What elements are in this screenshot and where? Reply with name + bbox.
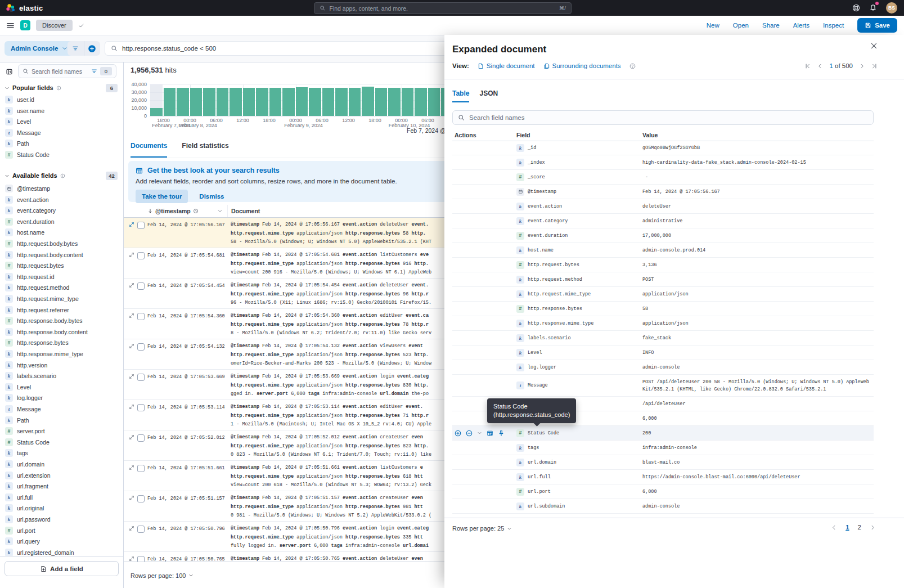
flyout-field-row[interactable]: @timestampFeb 14, 2024 @ 17:05:56.167 [452,185,874,199]
nav-link-share[interactable]: Share [762,22,780,29]
flyout-tab-json[interactable]: JSON [479,89,498,102]
row-checkbox[interactable] [137,313,145,320]
filter-for-value-icon[interactable] [455,430,461,437]
add-field-button[interactable]: Add a field [5,561,119,576]
histogram-bar[interactable] [322,88,335,116]
field-section-header-popular[interactable]: Popular fields6 [5,83,118,92]
help-icon[interactable] [852,4,860,12]
data-view-picker[interactable]: Admin Console [5,41,74,56]
histogram-bar[interactable] [282,88,295,116]
sidebar-item-status-code[interactable]: #Status Code [0,149,123,160]
discover-app-badge[interactable]: D [20,20,30,30]
flyout-field-row[interactable]: kurl.subdomainadmin-console [452,499,874,514]
histogram-bar[interactable] [269,88,282,116]
histogram-bar[interactable] [309,88,321,116]
histogram-bar[interactable] [335,88,348,116]
sidebar-item-http-request-id[interactable]: khttp.request.id [0,271,123,282]
sidebar-item-path[interactable]: kPath [0,415,123,426]
view-surrounding-documents-link[interactable]: Surrounding documents [543,62,621,69]
flyout-field-search-input[interactable]: Search field names [452,110,874,125]
flyout-field-row[interactable]: ktagsinfra:admin-console [452,441,874,455]
histogram-bar[interactable] [150,108,163,116]
newsfeed-icon[interactable] [869,3,877,13]
row-checkbox[interactable] [137,252,145,259]
row-checkbox[interactable] [137,434,145,442]
flyout-field-row[interactable]: kevent.actiondeleteUser [452,199,874,214]
tab-field-statistics[interactable]: Field statistics [182,142,228,158]
sidebar-item-http-request-referrer[interactable]: khttp.request.referrer [0,304,123,316]
flyout-field-row[interactable]: k_indexhigh-cardinality-data-fake_stack.… [452,155,874,170]
sidebar-item-tags[interactable]: ktags [0,447,123,459]
histogram-bar[interactable] [402,88,414,116]
flyout-field-row[interactable]: #_score - [452,170,874,185]
close-icon[interactable] [870,42,878,50]
field-filter-icon[interactable] [91,68,97,74]
sidebar-item-message[interactable]: tMessage [0,127,123,138]
filter-options-icon[interactable] [477,430,482,436]
sidebar-item-http-response-body-bytes[interactable]: #http.response.body.bytes [0,315,123,326]
histogram-bar[interactable] [243,88,255,116]
save-button[interactable]: Save [857,18,897,33]
menu-icon[interactable] [6,21,15,30]
row-checkbox[interactable] [137,222,145,229]
flyout-field-row[interactable]: klabels.scenariofake_stack [452,331,874,345]
flyout-field-row[interactable]: #event.duration17,000,000 [452,228,874,243]
row-checkbox[interactable] [137,343,145,351]
expand-document-icon[interactable] [129,282,134,288]
first-page-icon[interactable] [804,63,811,69]
row-checkbox[interactable] [137,495,145,502]
filter-out-value-icon[interactable] [466,430,473,437]
expand-document-icon[interactable] [129,343,134,349]
collapse-sidebar-icon[interactable] [3,66,15,77]
histogram-bar[interactable] [190,88,203,116]
sidebar-item-path[interactable]: kPath [0,138,123,149]
flyout-field-row[interactable]: #http.request.bytes3,136 [452,258,874,272]
sidebar-item-level[interactable]: kLevel [0,116,123,127]
next-page-icon[interactable] [859,63,865,69]
sidebar-item-event-action[interactable]: kevent.action [0,194,123,205]
histogram-bar[interactable] [362,87,374,116]
row-checkbox[interactable] [137,374,145,381]
histogram-bar[interactable] [388,88,401,116]
rows-per-page[interactable]: Rows per page: 100 [131,572,186,579]
page-number-2[interactable]: 2 [858,524,861,531]
sidebar-item-http-request-mime-type[interactable]: khttp.request.mime_type [0,293,123,304]
histogram-bar[interactable] [256,88,268,116]
sidebar-item-url-port[interactable]: #url.port [0,525,123,536]
tab-documents[interactable]: Documents [131,142,167,158]
check-icon[interactable] [78,23,84,29]
expand-document-icon[interactable] [129,252,134,258]
sidebar-item--timestamp[interactable]: @timestamp [0,183,123,194]
flyout-rows-per-page[interactable]: Rows per page: 25 [452,525,512,532]
nav-link-new[interactable]: New [707,22,719,29]
flyout-field-row[interactable]: klog.loggeradmin-console [452,360,874,375]
breadcrumb[interactable]: Discover [36,20,73,31]
next-page-icon[interactable] [870,524,876,531]
sidebar-item-url-domain[interactable]: kurl.domain [0,459,123,470]
sidebar-item-labels-scenario[interactable]: klabels.scenario [0,370,123,381]
sidebar-item-url-original[interactable]: kurl.original [0,502,123,514]
field-section-header-available[interactable]: Available fields42 [5,171,118,180]
add-filter-icon[interactable] [84,41,101,56]
sidebar-item-url-full[interactable]: kurl.full [0,492,123,503]
histogram-bar[interactable] [230,88,242,116]
histogram-bar[interactable] [296,87,308,116]
sidebar-item-server-port[interactable]: #server.port [0,425,123,437]
flyout-field-row[interactable]: #http.response.bytes58 [452,302,874,316]
row-checkbox[interactable] [137,404,145,411]
nav-link-alerts[interactable]: Alerts [793,22,809,29]
page-number-1[interactable]: 1 [845,524,849,531]
row-checkbox[interactable] [137,465,145,472]
sidebar-item-http-request-bytes[interactable]: #http.request.bytes [0,260,123,271]
sidebar-item-event-category[interactable]: kevent.category [0,205,123,216]
expand-document-icon[interactable] [129,465,134,470]
previous-page-icon[interactable] [817,63,823,69]
sidebar-item-http-response-bytes[interactable]: #http.response.bytes [0,337,123,348]
flyout-field-row[interactable]: kurl.fullhttps://admin-console.blast-mai… [452,470,874,484]
previous-page-icon[interactable] [831,524,837,531]
sidebar-item-url-password[interactable]: kurl.password [0,514,123,525]
flyout-field-row[interactable]: khost.nameadmin-console.prod.014 [452,243,874,258]
sidebar-item-message[interactable]: tMessage [0,403,123,415]
sidebar-item-http-response-body-content[interactable]: khttp.response.body.content [0,326,123,338]
flyout-field-row[interactable]: kevent.categoryadministrative [452,214,874,228]
